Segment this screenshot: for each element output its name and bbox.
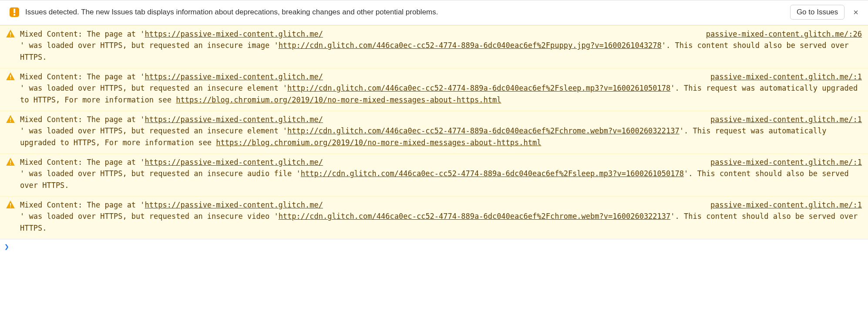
console-link[interactable]: https://passive-mixed-content.glitch.me/ <box>145 30 323 38</box>
svg-rect-5 <box>10 78 11 79</box>
console-link[interactable]: http://cdn.glitch.com/446ca0ec-cc52-4774… <box>287 84 670 92</box>
console-warning-message: Mixed Content: The page at 'https://pass… <box>20 28 862 63</box>
console-link[interactable]: https://passive-mixed-content.glitch.me/ <box>145 115 323 124</box>
warning-triangle-icon <box>6 158 15 166</box>
console-warning-row: Mixed Content: The page at 'https://pass… <box>0 25 868 68</box>
svg-rect-7 <box>10 121 11 122</box>
close-icon[interactable]: × <box>851 8 861 17</box>
console-warning-message: Mixed Content: The page at 'https://pass… <box>20 199 862 234</box>
warning-triangle-icon <box>6 72 15 80</box>
warning-triangle-icon <box>6 201 15 208</box>
svg-rect-0 <box>13 9 15 13</box>
svg-rect-9 <box>10 164 11 165</box>
console-input[interactable] <box>9 242 864 251</box>
svg-rect-10 <box>10 203 11 206</box>
console-source-link[interactable]: passive-mixed-content.glitch.me/:1 <box>684 114 862 125</box>
console-output: Mixed Content: The page at 'https://pass… <box>0 25 868 239</box>
svg-rect-1 <box>13 14 15 16</box>
console-link[interactable]: https://blog.chromium.org/2019/10/no-mor… <box>176 95 501 104</box>
console-warning-row: Mixed Content: The page at 'https://pass… <box>0 111 868 153</box>
svg-rect-4 <box>10 75 11 78</box>
svg-rect-8 <box>10 160 11 163</box>
svg-rect-11 <box>10 207 11 208</box>
issues-banner: Issues detected. The new Issues tab disp… <box>0 0 868 25</box>
console-link[interactable]: http://cdn.glitch.com/446ca0ec-cc52-4774… <box>279 212 671 221</box>
warning-triangle-icon <box>6 30 15 37</box>
console-warning-message: Mixed Content: The page at 'https://pass… <box>20 71 862 106</box>
issues-icon <box>10 7 19 17</box>
console-link[interactable]: http://cdn.glitch.com/446ca0ec-cc52-4774… <box>279 41 662 50</box>
console-source-link[interactable]: passive-mixed-content.glitch.me/:1 <box>684 157 862 168</box>
console-link[interactable]: https://passive-mixed-content.glitch.me/ <box>145 158 323 167</box>
console-source-link[interactable]: passive-mixed-content.glitch.me/:1 <box>684 71 862 82</box>
console-source-link[interactable]: passive-mixed-content.glitch.me/:26 <box>680 28 862 40</box>
console-link[interactable]: https://passive-mixed-content.glitch.me/ <box>145 201 323 209</box>
console-source-link[interactable]: passive-mixed-content.glitch.me/:1 <box>684 199 862 211</box>
go-to-issues-button[interactable]: Go to Issues <box>790 5 844 20</box>
console-link[interactable]: https://passive-mixed-content.glitch.me/ <box>145 72 323 81</box>
console-link[interactable]: http://cdn.glitch.com/446ca0ec-cc52-4774… <box>301 169 684 178</box>
console-prompt[interactable]: ❯ <box>0 239 868 257</box>
svg-rect-6 <box>10 118 11 120</box>
svg-rect-2 <box>10 32 11 35</box>
svg-rect-3 <box>10 36 11 37</box>
console-warning-row: Mixed Content: The page at 'https://pass… <box>0 196 868 239</box>
console-warning-row: Mixed Content: The page at 'https://pass… <box>0 68 868 111</box>
console-warning-message: Mixed Content: The page at 'https://pass… <box>20 114 862 148</box>
console-warning-row: Mixed Content: The page at 'https://pass… <box>0 153 868 196</box>
console-warning-message: Mixed Content: The page at 'https://pass… <box>20 157 862 191</box>
console-link[interactable]: http://cdn.glitch.com/446ca0ec-cc52-4774… <box>287 126 680 135</box>
warning-triangle-icon <box>6 115 15 123</box>
issues-banner-text: Issues detected. The new Issues tab disp… <box>25 8 784 17</box>
console-link[interactable]: https://blog.chromium.org/2019/10/no-mor… <box>216 138 541 147</box>
prompt-caret-icon: ❯ <box>4 242 9 251</box>
